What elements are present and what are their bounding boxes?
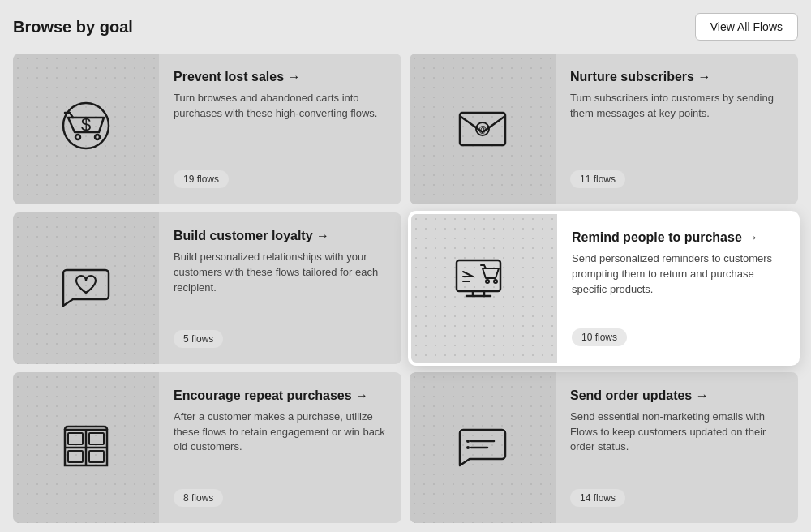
svg-rect-13 [89, 451, 104, 462]
cards-grid: $ Prevent lost sales →Turn browses and a… [13, 54, 798, 523]
page-container: Browse by goal View All Flows $ Prevent … [0, 0, 811, 532]
svg-point-2 [75, 135, 80, 139]
card-content-build-customer-loyalty: Build customer loyalty →Build personaliz… [159, 212, 401, 363]
monitor-cart-icon [452, 255, 517, 320]
card-title-prevent-lost-sales: Prevent lost sales → [174, 70, 387, 84]
card-badge-build-customer-loyalty: 5 flows [174, 330, 223, 348]
card-content-nurture-subscribers: Nurture subscribers →Turn subscribers in… [556, 54, 798, 204]
card-description-encourage-repeat-purchases: After a customer makes a purchase, utili… [174, 410, 387, 479]
svg-point-14 [466, 440, 470, 443]
card-prevent-lost-sales[interactable]: $ Prevent lost sales →Turn browses and a… [13, 54, 401, 204]
view-all-flows-button[interactable]: View All Flows [695, 13, 798, 41]
svg-point-9 [494, 280, 497, 283]
card-icon-area-build-customer-loyalty [13, 212, 159, 363]
card-encourage-repeat-purchases[interactable]: Encourage repeat purchases →After a cust… [13, 372, 401, 523]
card-title-send-order-updates: Send order updates → [570, 388, 783, 403]
card-title-build-customer-loyalty: Build customer loyalty → [174, 229, 387, 243]
card-title-nurture-subscribers: Nurture subscribers → [570, 70, 783, 84]
cart-dollar-icon: $ [57, 100, 115, 158]
card-title-remind-people-to-purchase: Remind people to purchase → [572, 230, 782, 245]
page-title: Browse by goal [13, 18, 133, 36]
card-badge-prevent-lost-sales: 19 flows [174, 170, 229, 188]
svg-rect-10 [68, 433, 83, 444]
card-icon-area-remind-people-to-purchase [411, 214, 557, 362]
card-badge-remind-people-to-purchase: 10 flows [572, 328, 627, 346]
card-content-remind-people-to-purchase: Remind people to purchase →Send personal… [557, 214, 796, 362]
card-description-build-customer-loyalty: Build personalized relationships with yo… [174, 250, 387, 320]
card-description-remind-people-to-purchase: Send personalized reminders to customers… [572, 251, 782, 318]
card-icon-area-nurture-subscribers: @ [410, 54, 556, 204]
card-badge-encourage-repeat-purchases: 8 flows [174, 489, 223, 507]
svg-point-15 [466, 446, 470, 449]
card-badge-send-order-updates: 14 flows [570, 489, 625, 507]
card-content-send-order-updates: Send order updates →Send essential non-m… [556, 372, 798, 523]
card-title-encourage-repeat-purchases: Encourage repeat purchases → [174, 388, 387, 403]
card-build-customer-loyalty[interactable]: Build customer loyalty →Build personaliz… [13, 212, 401, 363]
card-badge-nurture-subscribers: 11 flows [570, 170, 625, 188]
header: Browse by goal View All Flows [13, 13, 798, 41]
card-icon-area-prevent-lost-sales: $ [13, 54, 159, 204]
card-content-encourage-repeat-purchases: Encourage repeat purchases →After a cust… [159, 372, 401, 523]
card-icon-area-send-order-updates [410, 372, 556, 523]
card-send-order-updates[interactable]: Send order updates →Send essential non-m… [410, 372, 798, 523]
card-remind-people-to-purchase[interactable]: Remind people to purchase →Send personal… [410, 212, 798, 363]
svg-text:@: @ [478, 125, 487, 134]
svg-rect-12 [89, 433, 104, 444]
book-grid-icon [57, 418, 115, 477]
svg-rect-11 [68, 451, 83, 462]
card-content-prevent-lost-sales: Prevent lost sales →Turn browses and aba… [159, 54, 401, 204]
chat-heart-icon [57, 259, 115, 317]
chat-list-icon [453, 418, 512, 477]
card-description-send-order-updates: Send essential non-marketing emails with… [570, 410, 783, 479]
card-icon-area-encourage-repeat-purchases [13, 372, 159, 523]
card-nurture-subscribers[interactable]: @ Nurture subscribers →Turn subscribers … [410, 54, 798, 204]
card-description-nurture-subscribers: Turn subscribers into customers by sendi… [570, 91, 783, 161]
card-description-prevent-lost-sales: Turn browses and abandoned carts into pu… [174, 91, 387, 161]
envelope-at-icon: @ [453, 100, 512, 158]
svg-point-3 [95, 135, 100, 139]
svg-point-8 [486, 280, 489, 283]
